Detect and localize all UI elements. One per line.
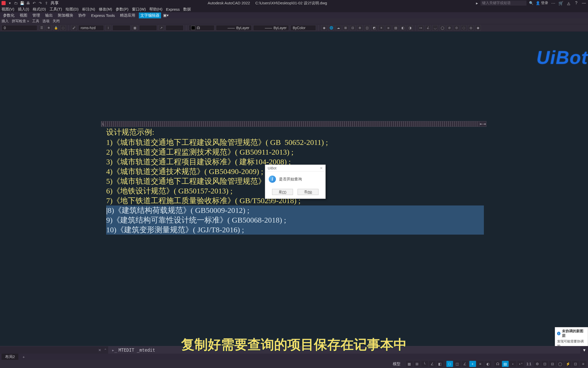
mleader-combo[interactable]	[166, 25, 183, 31]
dialog-title-bar[interactable]: UiBot ✕	[265, 165, 325, 171]
layer-lock-icon[interactable]: 🔒	[53, 25, 59, 31]
layer-states-icon[interactable]: ☰	[39, 25, 44, 31]
tab-output[interactable]: 输出	[44, 13, 54, 18]
dyn-input-icon[interactable]: +	[469, 361, 476, 367]
layer-freeze-icon[interactable]: ❄	[46, 25, 52, 31]
d-rad-icon[interactable]: ◯	[439, 25, 445, 31]
tab-view[interactable]: 视图	[18, 13, 29, 18]
title-chevron-icon[interactable]: ▸	[476, 1, 478, 6]
customize-icon[interactable]: ≡	[580, 361, 586, 367]
anno-auto-icon[interactable]: ⋆⁺	[517, 361, 524, 367]
iso-icon[interactable]: ◧	[437, 361, 443, 367]
command-close-icon[interactable]: ✕	[97, 348, 102, 352]
panel-spellcheck[interactable]: 拼写检查 »	[12, 19, 29, 24]
d-base-icon[interactable]: ◎	[468, 25, 474, 31]
menu-format[interactable]: 格式(O)	[33, 7, 46, 12]
tab-featured[interactable]: 精选应用	[118, 13, 137, 18]
mtext-line-selected[interactable]: 10)《建筑变形测量规范》( JGJ/T8-2016) ;	[106, 225, 484, 235]
mtext-title[interactable]: 设计规范示例:	[106, 127, 484, 137]
qat-undo-icon[interactable]: ↶	[32, 1, 36, 5]
mtext-ruler[interactable]: ⇤⇥	[101, 121, 486, 127]
add-layout-icon[interactable]: +	[20, 355, 27, 359]
anno-vis-icon[interactable]: ⋆	[510, 361, 516, 367]
command-history-icon[interactable]: ⌃	[103, 348, 108, 352]
d-ord-icon[interactable]: ⊙	[454, 25, 459, 31]
qat-open-icon[interactable]: 🗀	[14, 1, 18, 5]
qat-redo-icon[interactable]: ↷	[38, 1, 42, 5]
tablestyle-icon[interactable]: ▦	[132, 25, 138, 31]
mleader-icon[interactable]: ↗	[158, 25, 164, 31]
ws-icon[interactable]: ⚙	[534, 361, 541, 367]
login-button[interactable]: 👤 登录	[536, 1, 548, 5]
sc-icon[interactable]: ☊	[494, 361, 501, 367]
color-combo[interactable]: 白	[189, 25, 214, 31]
panel-options[interactable]: 选项	[42, 19, 50, 24]
cart-icon[interactable]: 🛒	[558, 1, 564, 6]
lineweight-icon[interactable]: ≡	[477, 361, 484, 367]
layer-combo[interactable]: 0	[2, 25, 37, 31]
ribbon-minimize-icon[interactable]: ▣▾	[163, 13, 168, 18]
tab-parametric[interactable]: 参数化	[2, 13, 16, 18]
menu-help[interactable]: 帮助(H)	[149, 7, 162, 12]
match-prop-icon[interactable]: 🖉	[71, 25, 77, 31]
sc-icon[interactable]: ◧	[400, 25, 406, 31]
tp-icon[interactable]: ⧈	[386, 25, 391, 31]
qp-icon[interactable]: ▤	[502, 361, 509, 367]
textstyle-combo[interactable]: roms-hzd	[78, 25, 104, 31]
polar-icon[interactable]: ∠	[429, 361, 436, 367]
mtext-line-selected[interactable]: 9)《建筑结构可靠性设计统一标准》( GB50068-2018) ;	[106, 215, 484, 225]
tab-text-editor[interactable]: 文字编辑器	[139, 13, 161, 18]
table-combo[interactable]	[139, 25, 157, 31]
app-exchange-icon[interactable]: ⋯	[551, 1, 556, 6]
mtext-line-selected[interactable]: 8)《建筑结构荷载规范》( GB50009-2012) ;	[106, 205, 484, 215]
yes-button[interactable]: 是(Y)	[272, 189, 293, 195]
tab-collaborate[interactable]: 协作	[77, 13, 88, 18]
snap-icon[interactable]: ⊞	[414, 361, 420, 367]
3dosnap-icon[interactable]: ◫	[454, 361, 461, 367]
qat-print-icon[interactable]: 🖶	[26, 1, 30, 5]
qat-save-icon[interactable]: 💾	[20, 1, 24, 5]
clean-icon[interactable]: ⊡	[572, 361, 579, 367]
menu-insert[interactable]: 插入(I)	[18, 7, 29, 12]
search-icon[interactable]: 🔍	[529, 1, 533, 5]
close-icon[interactable]: ✕	[320, 166, 323, 170]
snap-icon[interactable]: ⊞	[343, 25, 348, 31]
minimize-icon[interactable]: —	[581, 1, 586, 5]
menu-data[interactable]: 数据	[183, 7, 191, 12]
d-arc-icon[interactable]: ◡	[432, 25, 438, 31]
panel-insert[interactable]: 插入	[2, 19, 9, 24]
ruler-widen-icon[interactable]: ⇤⇥	[479, 121, 486, 126]
help-icon[interactable]: ?	[574, 1, 579, 5]
isolate-icon[interactable]: ◯	[557, 361, 564, 367]
osnap-icon[interactable]: ◉	[321, 25, 327, 31]
menu-draw[interactable]: 绘图(D)	[66, 7, 79, 12]
model-button[interactable]: 模型	[390, 362, 403, 366]
d-line-icon[interactable]: ↦	[418, 25, 424, 31]
d-cont-icon[interactable]: ◉	[475, 25, 481, 31]
geo-icon[interactable]: 🌐	[328, 25, 334, 31]
dimstyle-icon[interactable]: ⟟	[105, 25, 111, 31]
qat-share-icon[interactable]: ⇪	[44, 1, 48, 5]
lineweight-combo[interactable]: —— ByLayer	[253, 25, 289, 31]
menu-express[interactable]: Express	[166, 7, 180, 12]
tab-manage[interactable]: 管理	[31, 13, 42, 18]
menu-tools[interactable]: 工具(T)	[50, 7, 62, 12]
plotstyle-combo[interactable]: ByColor	[290, 25, 316, 31]
menu-dimension[interactable]: 标注(N)	[82, 7, 95, 12]
cloud-icon[interactable]: ☁	[336, 25, 341, 31]
d-ang-icon[interactable]: ∠	[425, 25, 431, 31]
units-icon[interactable]: ⊟	[549, 361, 556, 367]
command-input[interactable]: ▸_ MTEDIT _mtedit	[108, 346, 580, 354]
menu-parametric[interactable]: 参数(P)	[116, 7, 128, 12]
lwt-icon[interactable]: ≡	[378, 25, 384, 31]
mtext-line[interactable]: 1)《城市轨道交通地下工程建设风险管理规范》( GB 50652-2011) ;	[106, 137, 484, 147]
linetype-combo[interactable]: —— ByLayer	[216, 25, 252, 31]
ortho-icon[interactable]: └	[421, 361, 428, 367]
tab-express-tools[interactable]: Express Tools	[90, 13, 116, 18]
a360-icon[interactable]: ◬	[566, 1, 571, 6]
share-button[interactable]: 共享	[51, 1, 59, 6]
panel-close[interactable]: 关闭	[53, 19, 60, 24]
am-icon[interactable]: ◨	[407, 25, 413, 31]
search-input[interactable]: 键入关键字或短语	[481, 1, 526, 6]
panel-tools[interactable]: 工具	[32, 19, 39, 24]
